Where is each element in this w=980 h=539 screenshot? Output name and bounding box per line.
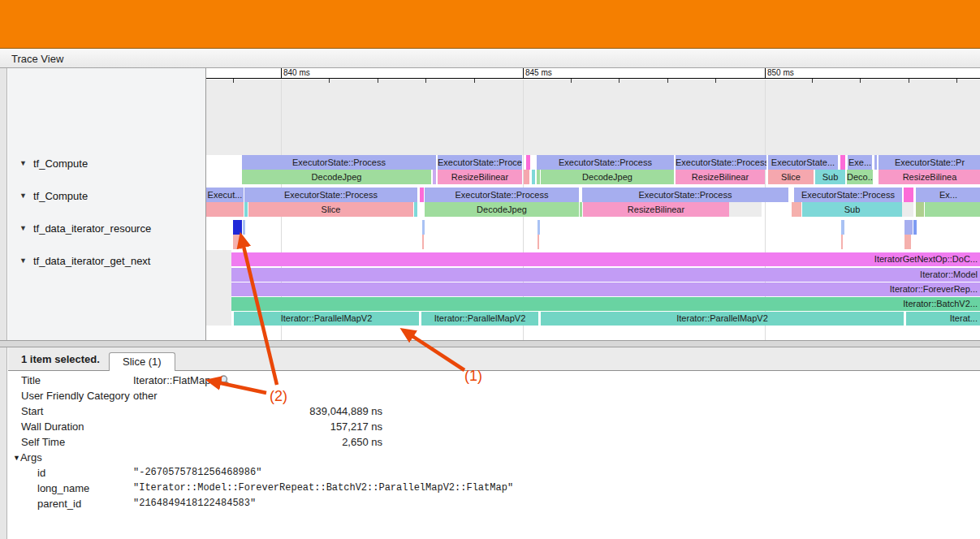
trace-slice[interactable]	[433, 170, 436, 184]
trace-slice[interactable]: IteratorGetNextOp::DoC...	[231, 252, 980, 266]
trace-slice[interactable]: ExecutorState::Pr	[879, 155, 980, 170]
detail-label: long_name	[37, 481, 89, 496]
collapse-triangle-icon[interactable]: ▼	[19, 257, 27, 265]
collapse-triangle-icon[interactable]: ▼	[19, 224, 27, 232]
trace-slice[interactable]: ExecutorState::Process	[582, 188, 788, 202]
trace-slice[interactable]: ResizeBilinear	[583, 202, 729, 217]
detail-row-start: Start839,044,889 ns	[8, 403, 980, 419]
trace-slice[interactable]	[420, 188, 424, 202]
trace-slice[interactable]: DecodeJpeg	[242, 170, 431, 184]
panel-title: Trace View	[11, 53, 63, 65]
trace-slice[interactable]: ExecutorState...	[768, 155, 838, 170]
trace-slice[interactable]	[792, 202, 801, 217]
trace-slice[interactable]	[902, 202, 913, 217]
trace-slice[interactable]: ExecutorState::Process	[537, 155, 674, 170]
trace-slice[interactable]: Sub	[802, 202, 902, 217]
trace-slice[interactable]	[422, 235, 424, 249]
args-group-toggle[interactable]: ▼Args	[13, 450, 42, 466]
trace-slice[interactable]: DecodeJpeg	[541, 170, 674, 184]
trace-slice[interactable]: ResizeBilinea	[879, 170, 980, 184]
detail-row-parent-id: parent_id"2164849418122484583"	[8, 496, 980, 511]
trace-slice[interactable]: ExecutorState::Process	[425, 188, 579, 202]
detail-label: Title	[21, 373, 41, 388]
detail-label: Wall Duration	[21, 419, 84, 434]
track-name: tf_Compute	[33, 157, 88, 170]
trace-slice[interactable]	[913, 220, 917, 235]
trace-view-header: Trace View	[0, 50, 980, 68]
trace-slice[interactable]	[233, 220, 242, 235]
trace-slice[interactable]: ExecutorState::Process	[794, 188, 902, 202]
trace-slice[interactable]: ExecutorState::Process	[676, 155, 766, 170]
collapse-triangle-icon[interactable]: ▼	[19, 159, 27, 167]
trace-slice[interactable]: Slice	[248, 202, 413, 217]
detail-value: 157,217 ns	[133, 419, 382, 434]
trace-slice[interactable]	[537, 220, 540, 235]
trace-slice[interactable]	[904, 188, 913, 202]
detail-value: 839,044,889 ns	[133, 403, 382, 419]
track-row-label-tf_Compute[interactable]: ▼tf_Compute	[8, 188, 205, 203]
ruler-tick-label: 845 ms	[525, 68, 552, 78]
detail-row-long-name: long_name"Iterator::Model::ForeverRepeat…	[8, 481, 980, 496]
detail-value: "2164849418122484583"	[133, 496, 256, 511]
time-ruler: 840 ms845 ms850 ms	[206, 68, 980, 79]
trace-slice[interactable]	[233, 235, 242, 249]
panel-splitter[interactable]	[0, 340, 980, 347]
detail-row-args: ▼Args	[8, 450, 980, 465]
timeline-canvas[interactable]: 840 ms845 ms850 ms ExecutorState::Proces…	[205, 68, 980, 340]
detail-row-id: id"-2670575781256468986"	[8, 465, 980, 481]
trace-slice[interactable]: Iterator::ParallelMapV2	[421, 312, 538, 326]
trace-slice[interactable]	[840, 155, 845, 170]
trace-slice[interactable]: Iterator::BatchV2...	[231, 297, 980, 311]
trace-slice[interactable]: Iterator::ForeverRep...	[231, 282, 980, 296]
trace-slice[interactable]: Sub	[815, 170, 845, 184]
track-row-label-tf_data_iterator_resource[interactable]: ▼tf_data_iterator_resource	[8, 221, 205, 235]
expand-triangle-icon[interactable]: ▼	[13, 454, 20, 462]
trace-slice[interactable]: ResizeBilinear	[438, 170, 522, 184]
trace-slice[interactable]: DecodeJpeg	[425, 202, 579, 217]
detail-value: 2,650 ns	[133, 434, 382, 450]
trace-slice[interactable]	[904, 220, 913, 235]
trace-slice[interactable]	[537, 235, 539, 249]
detail-value: other	[133, 388, 158, 403]
trace-slice[interactable]	[841, 235, 843, 249]
trace-slice[interactable]	[243, 220, 245, 235]
trace-slice[interactable]	[841, 220, 844, 235]
trace-slice[interactable]	[729, 202, 762, 217]
trace-slice[interactable]: ExecutorState::Process	[242, 155, 436, 170]
trace-slice[interactable]: ExecutorState::Process	[244, 188, 417, 202]
trace-slice[interactable]	[526, 155, 530, 170]
trace-slice[interactable]	[524, 170, 529, 184]
trace-slice[interactable]	[916, 202, 924, 217]
ruler-minor-tick	[571, 79, 572, 83]
trace-slice[interactable]: Iterator::ParallelMapV2	[234, 312, 419, 326]
trace-slice[interactable]	[422, 220, 425, 235]
trace-slice[interactable]	[537, 170, 540, 184]
track-row-label-tf_data_iterator_get_next[interactable]: ▼tf_data_iterator_get_next	[8, 253, 205, 268]
left-scrollbar-gutter	[0, 68, 7, 539]
trace-slice[interactable]: Iterat...	[906, 312, 980, 326]
trace-slice[interactable]: Execut...	[206, 188, 244, 202]
trace-slice[interactable]	[580, 202, 582, 217]
trace-slice[interactable]	[904, 235, 911, 249]
detail-row-self-time: Self Time2,650 ns	[8, 434, 980, 450]
trace-slice[interactable]: Deco...	[847, 170, 873, 184]
trace-slice[interactable]: Exe...	[848, 155, 872, 170]
tab-slice[interactable]: Slice (1)	[109, 352, 175, 371]
trace-slice[interactable]: ResizeBilinear	[676, 170, 765, 184]
trace-slice[interactable]: Iterator::Model	[231, 268, 980, 282]
trace-slice[interactable]: Ex...	[916, 188, 980, 202]
trace-slice[interactable]	[874, 155, 877, 170]
detail-value: "-2670575781256468986"	[133, 465, 261, 481]
ruler-minor-tick	[909, 79, 909, 83]
trace-slice[interactable]: Slice	[768, 170, 814, 184]
trace-slice[interactable]	[244, 202, 248, 217]
trace-slice[interactable]	[206, 202, 244, 217]
track-row-label-tf_Compute[interactable]: ▼tf_Compute	[8, 156, 205, 170]
collapse-triangle-icon[interactable]: ▼	[19, 192, 27, 200]
trace-slice[interactable]	[925, 202, 980, 217]
trace-slice[interactable]: Iterator::ParallelMapV2	[541, 312, 904, 326]
ruler-minor-tick	[378, 79, 378, 83]
trace-slice[interactable]	[532, 170, 535, 184]
trace-slice[interactable]: ExecutorState::Process	[438, 155, 522, 170]
trace-slice[interactable]	[414, 202, 417, 217]
